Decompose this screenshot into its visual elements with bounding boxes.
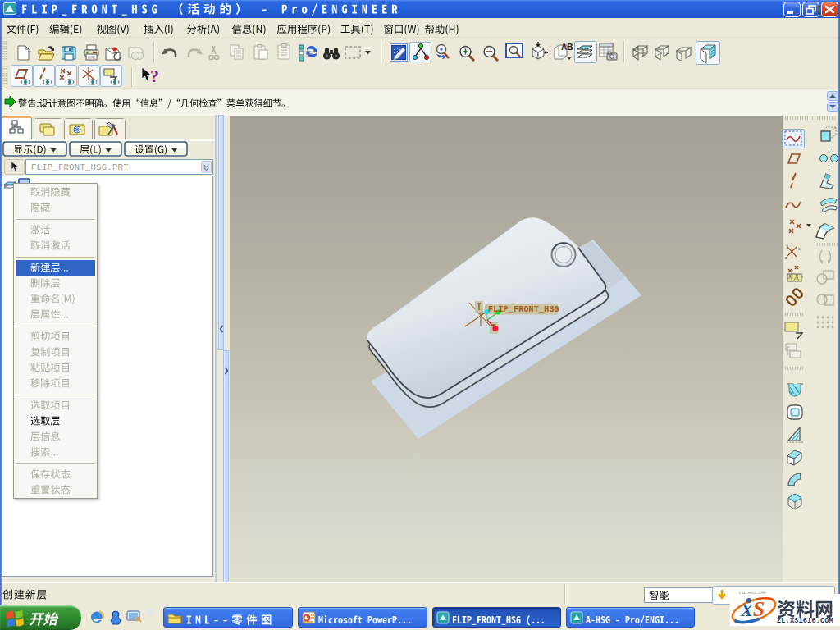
svg-text:x: x	[798, 246, 801, 251]
svg-text:y: y	[786, 244, 788, 249]
svg-text:z: z	[785, 255, 788, 260]
